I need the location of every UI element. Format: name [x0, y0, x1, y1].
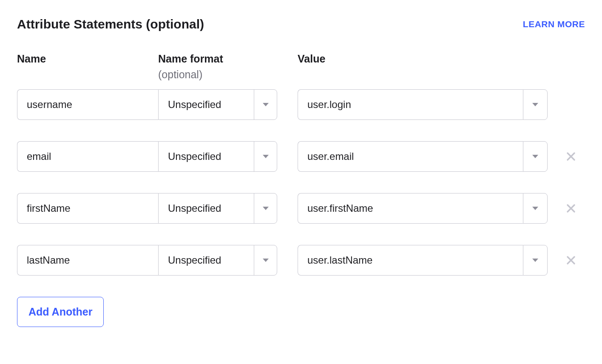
- format-select-value: Unspecified: [159, 99, 254, 111]
- caret-down-icon: [532, 207, 538, 210]
- format-select[interactable]: Unspecified: [158, 245, 277, 276]
- name-input[interactable]: [17, 89, 158, 120]
- value-select-toggle[interactable]: [523, 245, 548, 276]
- close-icon: [566, 151, 576, 162]
- caret-down-icon: [532, 259, 538, 262]
- format-select-toggle[interactable]: [254, 193, 277, 223]
- value-input[interactable]: [298, 193, 523, 224]
- value-select-toggle[interactable]: [523, 141, 548, 172]
- format-select-value: Unspecified: [159, 202, 254, 214]
- format-select[interactable]: Unspecified: [158, 193, 277, 224]
- add-another-button[interactable]: Add Another: [17, 297, 104, 327]
- value-select-toggle[interactable]: [523, 193, 548, 224]
- caret-down-icon: [263, 207, 269, 210]
- value-input[interactable]: [298, 89, 523, 120]
- caret-down-icon: [263, 259, 269, 262]
- attribute-row: Unspecified: [17, 245, 585, 276]
- name-input[interactable]: [17, 141, 158, 172]
- format-select-value: Unspecified: [159, 151, 254, 162]
- value-input[interactable]: [298, 141, 523, 172]
- format-select-toggle[interactable]: [254, 245, 277, 275]
- remove-row-button[interactable]: [560, 151, 582, 162]
- format-select-toggle[interactable]: [254, 90, 277, 119]
- caret-down-icon: [532, 155, 538, 158]
- format-select-toggle[interactable]: [254, 142, 277, 171]
- format-select[interactable]: Unspecified: [158, 89, 277, 120]
- caret-down-icon: [263, 155, 269, 158]
- caret-down-icon: [532, 103, 538, 106]
- remove-row-button[interactable]: [560, 255, 582, 265]
- remove-row-button[interactable]: [560, 203, 582, 213]
- name-input[interactable]: [17, 193, 158, 224]
- section-title: Attribute Statements (optional): [17, 17, 204, 31]
- value-select-toggle[interactable]: [523, 89, 548, 120]
- column-header-format-sub: (optional): [158, 68, 277, 81]
- attribute-row: Unspecified: [17, 89, 585, 120]
- learn-more-link[interactable]: LEARN MORE: [523, 19, 585, 29]
- value-input[interactable]: [298, 245, 523, 276]
- name-input[interactable]: [17, 245, 158, 276]
- column-headers: Name Name format (optional) Value: [17, 53, 585, 81]
- column-header-format: Name format: [158, 53, 277, 65]
- close-icon: [566, 203, 576, 213]
- attribute-row: Unspecified: [17, 141, 585, 172]
- column-header-value: Value: [298, 53, 585, 65]
- format-select-value: Unspecified: [159, 254, 254, 266]
- attribute-row: Unspecified: [17, 193, 585, 224]
- close-icon: [566, 255, 576, 265]
- caret-down-icon: [263, 103, 269, 106]
- column-header-name: Name: [17, 53, 158, 65]
- format-select[interactable]: Unspecified: [158, 141, 277, 172]
